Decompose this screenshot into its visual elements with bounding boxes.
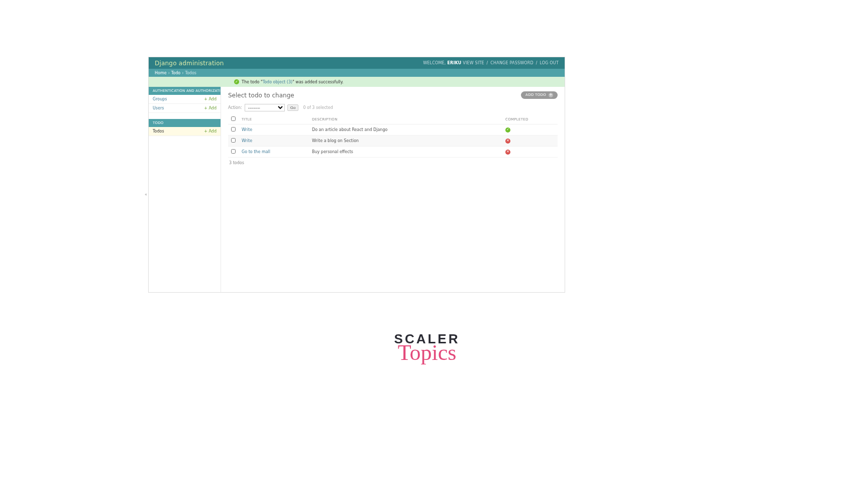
plus-icon: + bbox=[549, 93, 553, 97]
breadcrumb-home[interactable]: Home bbox=[155, 71, 167, 75]
no-icon: ✕ bbox=[505, 150, 510, 155]
row-checkbox[interactable] bbox=[231, 127, 236, 132]
paginator: 3 todos bbox=[228, 158, 558, 168]
actions-select[interactable]: --------- bbox=[245, 104, 285, 111]
header-bar: Django administration WELCOME, ERIKU VIE… bbox=[149, 57, 565, 69]
model-link[interactable]: Users bbox=[153, 106, 164, 110]
row-title-link[interactable]: Write bbox=[242, 139, 252, 143]
django-admin-window: Django administration WELCOME, ERIKU VIE… bbox=[148, 57, 565, 293]
message-suffix: " was added successfully. bbox=[292, 80, 344, 84]
row-checkbox[interactable] bbox=[231, 138, 236, 143]
add-link[interactable]: + Add bbox=[204, 97, 217, 101]
separator: / bbox=[487, 61, 488, 65]
logout-link[interactable]: LOG OUT bbox=[540, 61, 559, 65]
page-title: Select todo to change bbox=[228, 92, 558, 99]
main-content: ADD TODO + Select todo to change Action:… bbox=[221, 87, 565, 292]
scaler-topics-logo: SCALER Topics bbox=[394, 331, 460, 364]
row-title-link[interactable]: Write bbox=[242, 128, 252, 132]
table-row: WriteDo an article about React and Djang… bbox=[228, 124, 558, 136]
table-row: WriteWrite a blog on Section✕ bbox=[228, 136, 558, 147]
sidebar-item-groups[interactable]: Groups+ Add bbox=[149, 95, 221, 104]
username: ERIKU bbox=[447, 61, 461, 65]
col-title[interactable]: TITLE bbox=[239, 114, 309, 124]
breadcrumb-app[interactable]: Todo bbox=[171, 71, 180, 75]
breadcrumb: Home › Todo › Todos bbox=[149, 69, 565, 77]
yes-icon: ✓ bbox=[505, 128, 510, 133]
results-table: TITLE DESCRIPTION COMPLETED WriteDo an a… bbox=[228, 114, 558, 158]
welcome-label: WELCOME, bbox=[423, 61, 446, 65]
actions-label: Action: bbox=[228, 105, 242, 110]
row-checkbox[interactable] bbox=[231, 149, 236, 154]
add-link[interactable]: + Add bbox=[204, 106, 217, 110]
row-description: Buy personal effects bbox=[309, 147, 502, 158]
no-icon: ✕ bbox=[505, 139, 510, 144]
breadcrumb-divider: › bbox=[182, 71, 183, 75]
breadcrumb-current: Todos bbox=[185, 71, 196, 75]
select-all-checkbox[interactable] bbox=[231, 116, 236, 121]
success-icon: ✓ bbox=[234, 79, 239, 84]
module-caption: AUTHENTICATION AND AUTHORIZATION bbox=[149, 87, 221, 95]
sidebar-module: AUTHENTICATION AND AUTHORIZATIONGroups+ … bbox=[149, 87, 221, 113]
row-description: Write a blog on Section bbox=[309, 136, 502, 147]
table-row: Go to the mallBuy personal effects✕ bbox=[228, 147, 558, 158]
row-title-link[interactable]: Go to the mall bbox=[242, 150, 270, 154]
sidebar: « AUTHENTICATION AND AUTHORIZATIONGroups… bbox=[149, 87, 221, 292]
sidebar-item-todos[interactable]: Todos+ Add bbox=[149, 127, 221, 136]
sidebar-toggle-icon[interactable]: « bbox=[145, 192, 147, 197]
add-todo-button[interactable]: ADD TODO + bbox=[521, 91, 558, 99]
sidebar-item-users[interactable]: Users+ Add bbox=[149, 104, 221, 113]
model-link[interactable]: Todos bbox=[153, 129, 164, 134]
actions-bar: Action: --------- Go 0 of 3 selected bbox=[228, 104, 558, 111]
success-message: ✓ The todo " Todo object (3) " was added… bbox=[149, 77, 565, 87]
add-link[interactable]: + Add bbox=[204, 129, 217, 134]
separator: / bbox=[536, 61, 538, 65]
col-completed[interactable]: COMPLETED bbox=[502, 114, 558, 124]
go-button[interactable]: Go bbox=[287, 104, 299, 111]
view-site-link[interactable]: VIEW SITE bbox=[463, 61, 484, 65]
add-button-label: ADD TODO bbox=[525, 93, 546, 97]
message-object-link[interactable]: Todo object (3) bbox=[263, 80, 292, 84]
message-prefix: The todo " bbox=[242, 80, 263, 84]
module-caption: TODO bbox=[149, 119, 221, 127]
selection-counter: 0 of 3 selected bbox=[303, 105, 333, 110]
user-tools: WELCOME, ERIKU VIEW SITE / CHANGE PASSWO… bbox=[423, 61, 559, 65]
object-tools: ADD TODO + bbox=[521, 91, 558, 99]
col-description[interactable]: DESCRIPTION bbox=[309, 114, 502, 124]
model-link[interactable]: Groups bbox=[153, 97, 167, 101]
logo-line2: Topics bbox=[394, 342, 460, 364]
change-password-link[interactable]: CHANGE PASSWORD bbox=[490, 61, 533, 65]
breadcrumb-divider: › bbox=[168, 71, 170, 75]
brand-title: Django administration bbox=[155, 60, 224, 67]
row-description: Do an article about React and Django bbox=[309, 124, 502, 136]
sidebar-module: TODOTodos+ Add bbox=[149, 119, 221, 136]
